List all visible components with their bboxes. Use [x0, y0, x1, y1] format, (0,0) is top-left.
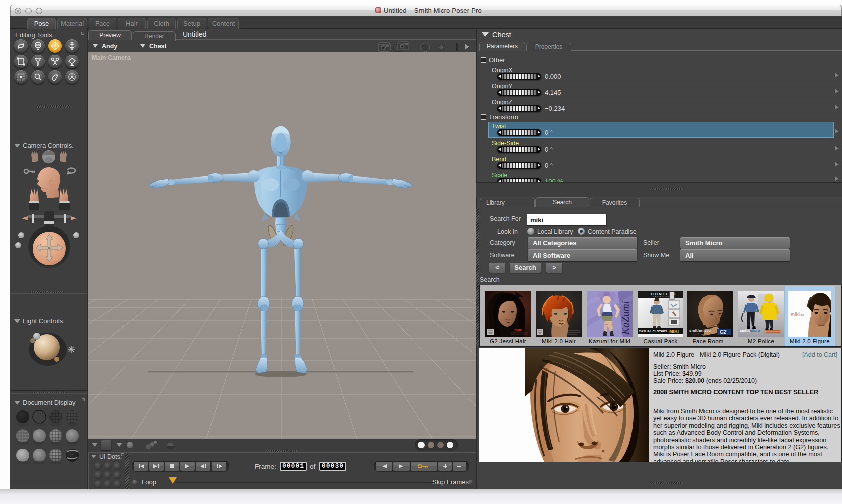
svg-text:PARADISE: PARADISE — [653, 295, 671, 298]
svg-text:G2: G2 — [720, 329, 727, 335]
svg-text:MIKI: MIKI — [669, 329, 679, 334]
svg-text:smithmicro: smithmicro — [740, 328, 760, 333]
svg-text:miki: miki — [514, 328, 522, 332]
svg-text:KaZumi: KaZumi — [619, 301, 632, 335]
svg-text:software: software — [693, 333, 711, 336]
svg-text:CASUAL CLOTHES: CASUAL CLOTHES — [639, 329, 667, 333]
svg-text:smithmicro: smithmicro — [689, 328, 711, 333]
